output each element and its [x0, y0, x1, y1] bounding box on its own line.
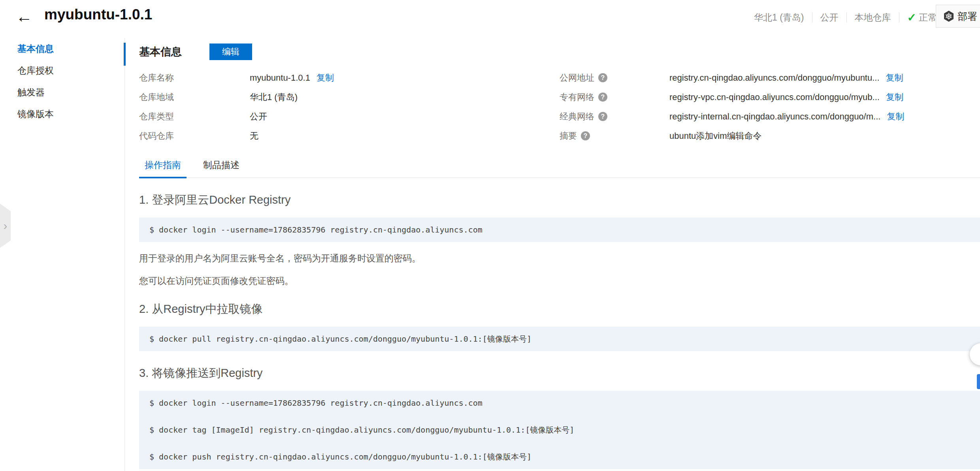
page-title: myubuntu-1.0.1: [44, 6, 152, 23]
sidebar-item-image-versions[interactable]: 镜像版本: [0, 103, 124, 125]
code-line: $ docker tag [ImageId] registry.cn-qingd…: [149, 423, 980, 437]
field-label: 专有网络: [560, 91, 594, 103]
code-line: $ docker login --username=17862835796 re…: [149, 223, 980, 236]
basic-info-fields: 仓库名称 myubuntu-1.0.1 复制 仓库地域 华北1 (青岛) 仓库类…: [139, 68, 980, 146]
tab-bar: 操作指南 制品描述: [139, 159, 980, 178]
tab-operation-guide[interactable]: 操作指南: [139, 159, 187, 178]
field-value: registry-vpc.cn-qingdao.aliyuncs.com/don…: [669, 92, 880, 102]
sidebar: 基本信息 仓库授权 触发器 镜像版本: [0, 38, 125, 471]
copy-link[interactable]: 复制: [317, 72, 334, 84]
field-label: 仓库名称: [139, 72, 250, 84]
tab-label: 操作指南: [145, 160, 181, 170]
chevron-right-icon: ›: [4, 220, 8, 232]
left-panel-expander[interactable]: ›: [0, 204, 11, 248]
field-label: 仓库类型: [139, 111, 250, 123]
code-block-pull: $ docker pull registry.cn-qingdao.aliyun…: [139, 327, 980, 351]
repo-visibility: 公开: [820, 11, 839, 24]
code-block-login: $ docker login --username=17862835796 re…: [139, 218, 980, 242]
sidebar-item-label: 基本信息: [17, 44, 54, 54]
field-vpc-endpoint: 专有网络 ? registry-vpc.cn-qingdao.aliyuncs.…: [560, 87, 980, 107]
field-code-repo: 代码仓库 无: [139, 126, 560, 146]
field-label: 仓库地域: [139, 91, 250, 103]
field-value: myubuntu-1.0.1: [250, 73, 310, 83]
field-label: 摘要: [560, 130, 577, 142]
repo-meta: 华北1 (青岛) 公开 本地仓库 ✓ 正常: [754, 10, 937, 25]
copy-link[interactable]: 复制: [886, 72, 903, 84]
help-icon[interactable]: ?: [598, 112, 607, 121]
code-line: $ docker login --username=17862835796 re…: [149, 396, 980, 410]
sidebar-item-basic-info[interactable]: 基本信息: [0, 38, 124, 60]
code-line: $ docker pull registry.cn-qingdao.aliyun…: [149, 332, 980, 346]
tab-label: 制品描述: [203, 160, 239, 170]
right-edge-tab[interactable]: [977, 374, 980, 389]
main-content: 基本信息 编辑 仓库名称 myubuntu-1.0.1 复制 仓库地域 华北1 …: [139, 38, 980, 471]
check-icon: ✓: [907, 11, 916, 24]
basic-info-heading: 基本信息: [139, 45, 182, 59]
help-icon[interactable]: ?: [598, 73, 607, 82]
field-value: registry.cn-qingdao.aliyuncs.com/dongguo…: [669, 73, 880, 83]
field-repo-region: 仓库地域 华北1 (青岛): [139, 87, 560, 107]
guide-section-title: 3. 将镜像推送到Registry: [139, 365, 980, 381]
back-icon[interactable]: ←: [16, 7, 32, 26]
meta-divider: [812, 12, 812, 23]
help-icon[interactable]: ?: [598, 93, 607, 102]
sidebar-item-label: 镜像版本: [17, 109, 54, 119]
edit-button[interactable]: 编辑: [209, 44, 252, 60]
field-label: 经典网络: [560, 111, 594, 123]
field-classic-endpoint: 经典网络 ? registry-internal.cn-qingdao.aliy…: [560, 107, 980, 126]
copy-link[interactable]: 复制: [887, 111, 904, 123]
help-icon[interactable]: ?: [581, 131, 590, 140]
field-value: 公开: [250, 111, 267, 123]
sidebar-item-label: 触发器: [17, 87, 45, 97]
status-text: 正常: [919, 11, 937, 24]
field-repo-name: 仓库名称 myubuntu-1.0.1 复制: [139, 68, 560, 87]
field-public-endpoint: 公网地址 ? registry.cn-qingdao.aliyuncs.com/…: [560, 68, 980, 87]
code-block-push: $ docker login --username=17862835796 re…: [139, 391, 980, 469]
operation-guide: 1. 登录阿里云Docker Registry $ docker login -…: [139, 192, 980, 471]
meta-divider: [846, 12, 847, 23]
field-value: registry-internal.cn-qingdao.aliyuncs.co…: [669, 112, 880, 122]
tab-artifact-description[interactable]: 制品描述: [198, 159, 245, 178]
guide-paragraph: 您可以在访问凭证页面修改凭证密码。: [139, 275, 980, 287]
sidebar-item-repo-auth[interactable]: 仓库授权: [0, 60, 124, 81]
field-value: 华北1 (青岛): [250, 91, 298, 103]
field-value: ubuntu添加vim编辑命令: [669, 130, 762, 142]
meta-divider: [899, 12, 899, 23]
copy-link[interactable]: 复制: [886, 91, 903, 103]
field-summary: 摘要 ? ubuntu添加vim编辑命令: [560, 126, 980, 146]
field-value: 无: [250, 130, 258, 142]
deploy-helm-icon: [943, 10, 954, 22]
sidebar-item-label: 仓库授权: [17, 65, 54, 76]
guide-paragraph: 用于登录的用户名为阿里云账号全名，密码为开通服务时设置的密码。: [139, 252, 980, 265]
deploy-button[interactable]: 部署: [936, 5, 980, 28]
repo-region: 华北1 (青岛): [754, 11, 804, 24]
field-repo-type: 仓库类型 公开: [139, 107, 560, 126]
guide-section-title: 1. 登录阿里云Docker Registry: [139, 192, 980, 208]
active-indicator: [124, 43, 126, 66]
field-label: 公网地址: [560, 72, 594, 84]
status-badge: ✓ 正常: [907, 11, 937, 24]
sidebar-item-triggers[interactable]: 触发器: [0, 81, 124, 103]
repo-kind: 本地仓库: [855, 11, 891, 24]
code-line: $ docker push registry.cn-qingdao.aliyun…: [149, 450, 980, 463]
deploy-button-label: 部署: [957, 10, 977, 23]
page-header: ← myubuntu-1.0.1 华北1 (青岛) 公开 本地仓库 ✓ 正常 部…: [0, 0, 980, 38]
guide-section-title: 2. 从Registry中拉取镜像: [139, 301, 980, 317]
field-label: 代码仓库: [139, 130, 250, 142]
